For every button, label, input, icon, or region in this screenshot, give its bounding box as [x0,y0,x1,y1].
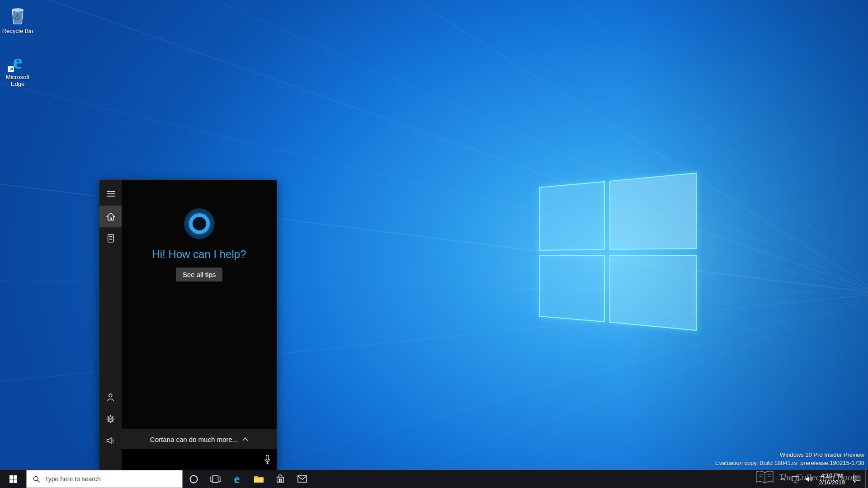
tray-overflow-button[interactable] [777,470,788,488]
cortana-notebook-button[interactable] [99,227,122,249]
feedback-icon [106,437,115,444]
hamburger-icon [107,191,115,197]
start-button[interactable] [0,470,26,488]
task-view-button[interactable] [204,470,226,488]
cortana-circle-icon [189,474,198,484]
taskbar-cortana-button[interactable] [183,470,204,488]
volume-tray-button[interactable] [802,470,816,488]
user-icon [107,393,114,402]
clock-time: 4:10 PM [819,472,845,479]
watermark-line-1: Windows 10 Pro Insider Preview [715,451,864,459]
shortcut-arrow-icon [8,66,14,72]
cortana-orb-icon [184,208,215,239]
desktop-icon-recycle-bin[interactable]: Recycle Bin [0,5,35,34]
tray-clock[interactable]: 4:10 PM 2/16/2019 [816,472,848,486]
file-explorer-button[interactable] [248,470,269,488]
desktop-icon-label: Microsoft Edge [0,74,35,87]
gear-icon [106,415,115,423]
notebook-icon [107,234,114,243]
network-tray-button[interactable] [788,470,802,488]
action-center-button[interactable] [848,470,865,488]
windows-logo-wallpaper [540,173,696,330]
cortana-main-area: Hi! How can I help? See all tips Cortana… [122,180,277,470]
taskbar: e [0,470,868,488]
mail-icon [297,475,307,483]
mail-button[interactable] [291,470,313,488]
cortana-footer-text: Cortana can do much more... [150,436,238,443]
cortana-rail [99,180,122,470]
desktop-icon-label: Recycle Bin [0,28,35,34]
search-icon [33,475,40,483]
see-all-tips-button[interactable]: See all tips [176,267,222,282]
edge-icon: e [7,51,28,72]
show-desktop-button[interactable] [865,470,868,488]
chevron-up-icon [780,478,785,481]
cortana-greeting: Hi! How can I help? [122,248,277,261]
recycle-bin-icon [7,5,28,26]
microsoft-store-button[interactable] [269,470,291,488]
cortana-footer-bar[interactable]: Cortana can do much more... [122,429,277,449]
cortana-feedback-button[interactable] [99,430,122,451]
chevron-up-icon [242,437,248,441]
windows-start-icon [9,475,17,483]
cortana-panel: Hi! How can I help? See all tips Cortana… [99,180,277,470]
network-icon [792,476,799,483]
action-center-icon [853,475,861,483]
edge-icon: e [234,473,240,485]
clock-date: 2/16/2019 [819,479,845,486]
home-icon [106,212,115,221]
cortana-input-bar[interactable] [122,449,277,470]
file-explorer-icon [254,475,264,483]
cortana-user-button[interactable] [99,386,122,408]
taskbar-search-box[interactable] [26,470,183,488]
search-input[interactable] [45,475,178,483]
microphone-icon[interactable] [264,455,271,465]
cortana-settings-button[interactable] [99,408,122,430]
store-icon [276,474,285,483]
cortana-home-button[interactable] [99,206,122,227]
system-tray: 4:10 PM 2/16/2019 [777,470,868,488]
desktop-icon-microsoft-edge[interactable]: e Microsoft Edge [0,51,35,87]
hamburger-menu-button[interactable] [99,183,122,205]
evaluation-watermark: Windows 10 Pro Insider Preview Evaluatio… [715,451,864,467]
task-view-icon [210,475,221,483]
speaker-icon [805,476,813,483]
taskbar-edge-button[interactable]: e [226,470,248,488]
watermark-line-2: Evaluation copy. Build 18841.rs_prerelea… [715,459,864,467]
